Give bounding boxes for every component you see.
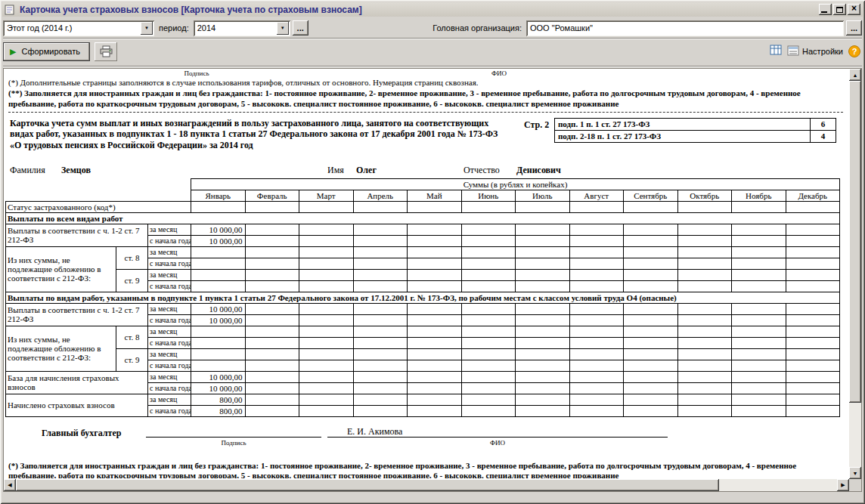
- horizontal-scrollbar[interactable]: ◀ ▶: [4, 479, 849, 491]
- amount-cell: [408, 326, 462, 337]
- amount-cell: [245, 337, 299, 348]
- amount-cell: [245, 405, 299, 416]
- amount-cell: [408, 280, 462, 292]
- amount-cell: [299, 360, 354, 371]
- amount-cell: [245, 269, 299, 280]
- amount-cell: [624, 235, 678, 246]
- amount-cell: [191, 269, 246, 280]
- month-header: Июнь: [461, 190, 516, 201]
- period-select[interactable]: 2014 ▼: [194, 20, 290, 36]
- amount-cell: [191, 201, 246, 212]
- month-header: Октябрь: [677, 190, 732, 201]
- amount-cell: [408, 269, 462, 280]
- amount-cell: [191, 360, 246, 371]
- amount-cell: [786, 224, 840, 235]
- chevron-down-icon[interactable]: ▼: [141, 22, 153, 35]
- amount-cell: [677, 326, 732, 337]
- amount-cell: 10 000,00: [191, 371, 246, 382]
- patronymic-label: Отчество: [464, 165, 500, 176]
- amount-cell: [408, 360, 462, 371]
- amount-cell: [569, 235, 624, 246]
- amount-cell: [353, 382, 408, 394]
- close-button[interactable]: ×: [848, 4, 860, 15]
- red-underline-annotation: по рабочим местам с классом условий труд…: [458, 293, 676, 304]
- page-number: Стр. 2: [524, 119, 549, 131]
- month-header: Декабрь: [786, 190, 840, 201]
- org-more-button[interactable]: ...: [846, 20, 862, 36]
- amount-cell: [353, 258, 408, 269]
- name-value: Олег: [356, 165, 377, 176]
- print-button[interactable]: [95, 42, 117, 61]
- amount-cell: [516, 337, 570, 348]
- period-value: 2014: [194, 23, 277, 32]
- chevron-down-icon[interactable]: ▼: [277, 22, 289, 35]
- amount-cell: [461, 394, 516, 405]
- fio-caption: ФИО: [327, 439, 668, 447]
- grid-cell: ст. 9: [116, 269, 148, 292]
- amount-cell: [732, 348, 786, 360]
- table-row: Выплаты в соответствии с ч. 1-2 ст. 7 21…: [6, 303, 840, 314]
- amount-cell: [677, 348, 732, 360]
- table-row: подп. 1 п. 1 ст. 27 173-ФЗ 6: [555, 118, 836, 130]
- amount-cell: [732, 224, 786, 235]
- maximize-button[interactable]: [833, 4, 846, 15]
- scroll-right-button[interactable]: ▶: [837, 479, 849, 491]
- toolbar-separator: [3, 38, 862, 39]
- table-row: подп. 2-18 п. 1 ст. 27 173-ФЗ 4: [555, 130, 836, 142]
- amount-cell: [732, 326, 786, 337]
- amount-cell: 10 000,00: [191, 224, 246, 235]
- grid-cell: с начала года: [148, 360, 191, 371]
- table-icon[interactable]: [770, 44, 782, 59]
- scroll-up-button[interactable]: ▲: [849, 69, 861, 81]
- amount-cell: [569, 246, 624, 258]
- amount-cell: [461, 405, 516, 416]
- action-toolbar: ▶ Сформировать Настройки ?: [3, 41, 862, 62]
- amount-cell: [299, 280, 354, 292]
- period-preset-select[interactable]: Этот год (2014 г.) ▼: [3, 20, 154, 36]
- surname-value: Земцов: [61, 165, 91, 176]
- amount-cell: [786, 382, 840, 394]
- vertical-scrollbar[interactable]: ▲ ▼: [849, 69, 861, 479]
- generate-button[interactable]: ▶ Сформировать: [3, 42, 90, 61]
- vertical-scroll-thumb[interactable]: [849, 81, 861, 403]
- amount-cell: [624, 224, 678, 235]
- amount-cell: [516, 405, 570, 416]
- settings-button[interactable]: Настройки: [787, 45, 843, 58]
- horizontal-scroll-thumb[interactable]: [16, 479, 719, 491]
- month-header: Ноябрь: [732, 190, 786, 201]
- amount-cell: [569, 326, 624, 337]
- amount-cell: [461, 201, 516, 212]
- month-header: Сентябрь: [624, 190, 678, 201]
- amount-cell: [516, 258, 570, 269]
- scroll-down-button[interactable]: ▼: [849, 467, 861, 479]
- month-header: Январь: [191, 190, 246, 201]
- title-bar[interactable]: Карточка учета страховых взносов [Карточ…: [2, 2, 863, 17]
- amount-cell: [461, 269, 516, 280]
- amount-cell: [516, 314, 570, 326]
- amount-cell: [516, 224, 570, 235]
- amount-cell: [677, 280, 732, 292]
- table-row: Выплаты по всем видам работ: [6, 212, 840, 224]
- amount-cell: [732, 258, 786, 269]
- minimize-button[interactable]: [819, 4, 832, 15]
- accountant-label: Главный бухгалтер: [42, 428, 121, 439]
- name-label: Имя: [327, 165, 344, 176]
- window-title: Карточка учета страховых взносов [Карточ…: [20, 5, 817, 15]
- grid-cell: с начала года: [148, 258, 191, 269]
- help-button[interactable]: ?: [848, 45, 860, 57]
- amount-cell: 10 000,00: [191, 314, 246, 326]
- period-more-button[interactable]: ...: [293, 20, 308, 36]
- org-value: ООО "Ромашки": [530, 23, 593, 32]
- org-input[interactable]: ООО "Ромашки": [526, 20, 844, 36]
- surname-label: Фамилия: [10, 165, 45, 176]
- amount-cell: [245, 348, 299, 360]
- footnote-foreign-top: (**) Заполняется для иностранных граждан…: [8, 88, 843, 113]
- amount-cell: [624, 280, 678, 292]
- amount-cell: [299, 235, 354, 246]
- grid-cell: [6, 178, 191, 190]
- scroll-left-button[interactable]: ◀: [4, 479, 16, 491]
- amount-cell: [461, 246, 516, 258]
- amount-cell: [245, 224, 299, 235]
- amount-cell: [624, 201, 678, 212]
- amount-cell: [569, 280, 624, 292]
